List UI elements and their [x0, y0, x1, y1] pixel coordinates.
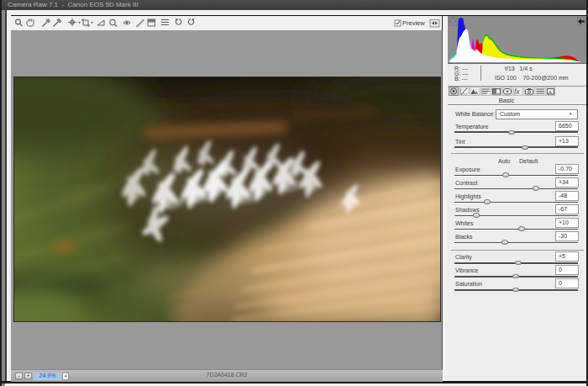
svg-text:fx: fx	[514, 87, 520, 96]
svg-text:Preview: Preview	[402, 19, 425, 27]
